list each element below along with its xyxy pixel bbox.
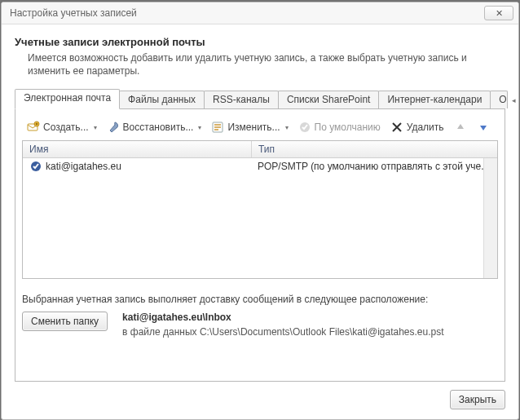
accounts-list: Имя Тип kati@igatahes.eu POP/SMTP (по ум… — [22, 140, 498, 279]
repair-icon — [107, 121, 120, 134]
account-settings-dialog: Настройка учетных записей ✕ Учетные запи… — [1, 2, 519, 420]
tab-scroll-left[interactable]: ◂ — [509, 92, 518, 108]
set-default-label: По умолчанию — [315, 122, 381, 133]
remove-account-button[interactable]: Удалить — [387, 119, 447, 135]
change-folder-button[interactable]: Сменить папку — [22, 312, 108, 331]
tab-internet-calendars[interactable]: Интернет-календари — [378, 91, 491, 108]
change-account-label: Изменить... — [227, 122, 280, 133]
tab-data-files[interactable]: Файлы данных — [119, 91, 205, 108]
tab-scrollers: ◂ ▸ — [509, 92, 520, 108]
accounts-list-header: Имя Тип — [23, 141, 497, 158]
arrow-down-icon — [477, 121, 490, 134]
new-account-button[interactable]: Создать... ▾ — [24, 119, 100, 135]
change-icon — [211, 121, 224, 134]
delivery-path: kati@igatahes.eu\Inbox в файле данных C:… — [122, 312, 498, 338]
tab-sharepoint[interactable]: Списки SharePoint — [278, 91, 380, 108]
delivery-location-label: Выбранная учетная запись выполняет доста… — [22, 294, 498, 305]
change-account-button[interactable]: Изменить... ▾ — [208, 119, 291, 135]
repair-account-label: Восстановить... — [123, 122, 194, 133]
svg-rect-5 — [214, 129, 218, 130]
column-header-name[interactable]: Имя — [23, 141, 252, 157]
list-vertical-scrollbar[interactable] — [483, 158, 497, 278]
delete-x-icon — [390, 121, 403, 134]
dialog-body: Учетные записи электронной почты Имеется… — [2, 24, 518, 419]
tab-rss[interactable]: RSS-каналы — [204, 91, 279, 108]
set-default-button: По умолчанию — [295, 119, 384, 135]
account-name: kati@igatahes.eu — [46, 161, 121, 172]
default-check-icon — [298, 121, 311, 134]
remove-account-label: Удалить — [407, 122, 444, 133]
chevron-down-icon: ▾ — [94, 124, 97, 131]
repair-account-button[interactable]: Восстановить... ▾ — [104, 119, 205, 135]
titlebar: Настройка учетных записей ✕ — [2, 2, 518, 24]
tab-published[interactable]: Опубликова — [490, 91, 508, 108]
move-up-button — [451, 119, 470, 135]
new-account-label: Создать... — [43, 122, 89, 133]
close-button[interactable]: Закрыть — [450, 390, 505, 409]
arrow-up-icon — [454, 121, 467, 134]
tab-email[interactable]: Электронная почта — [15, 89, 120, 109]
tab-page-email: Создать... ▾ Восстановить... ▾ Изменить.… — [15, 109, 505, 382]
chevron-down-icon: ▾ — [198, 124, 201, 131]
svg-rect-4 — [214, 126, 221, 128]
new-mail-icon — [27, 121, 40, 134]
delivery-row: Сменить папку kati@igatahes.eu\Inbox в ф… — [22, 312, 498, 338]
column-header-type[interactable]: Тип — [252, 141, 497, 157]
account-row[interactable]: kati@igatahes.eu POP/SMTP (по умолчанию … — [23, 158, 497, 175]
close-icon: ✕ — [496, 8, 503, 19]
move-down-button — [474, 119, 493, 135]
delivery-path-file: в файле данных C:\Users\Documents\Outloo… — [122, 326, 498, 338]
tabstrip: Электронная почта Файлы данных RSS-канал… — [15, 89, 505, 109]
delivery-path-folder: kati@igatahes.eu\Inbox — [122, 312, 498, 323]
accounts-toolbar: Создать... ▾ Восстановить... ▾ Изменить.… — [22, 117, 498, 140]
svg-rect-3 — [214, 124, 221, 126]
accounts-list-body: kati@igatahes.eu POP/SMTP (по умолчанию … — [23, 158, 497, 278]
chevron-down-icon: ▾ — [285, 124, 289, 131]
dialog-footer: Закрыть — [15, 382, 505, 409]
window-title: Настройка учетных записей — [10, 7, 484, 19]
window-close-button[interactable]: ✕ — [484, 6, 513, 20]
page-subheading: Имеется возможность добавить или удалить… — [28, 51, 505, 77]
default-account-icon — [29, 160, 42, 173]
account-type: POP/SMTP (по умолчанию отправлять с этой… — [251, 161, 497, 172]
page-heading: Учетные записи электронной почты — [15, 36, 505, 48]
